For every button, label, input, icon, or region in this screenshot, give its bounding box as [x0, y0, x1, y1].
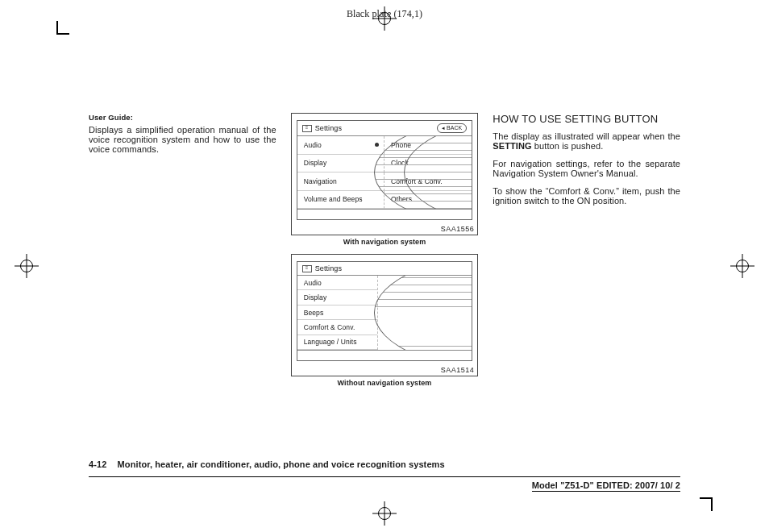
plate-label: Black plate (174,1)	[347, 8, 422, 20]
menu-item-comfort-conv[interactable]: Comfort & Conv.	[297, 320, 378, 335]
page-body: User Guide: Displays a simplified operat…	[89, 113, 680, 435]
page-number-line: 4-12 Monitor, heater, air conditioner, a…	[89, 459, 445, 469]
screenshot-without-nav: ≡ Settings Audio Display Beeps Comfort &…	[291, 254, 479, 376]
menu-label: Audio	[304, 279, 322, 287]
selection-dot-icon	[375, 143, 379, 147]
page-number: 4-12	[89, 459, 106, 469]
menu-item-others[interactable]: Others	[384, 191, 472, 210]
figure-id: SAA1514	[441, 366, 475, 374]
menu-label: Beeps	[304, 309, 324, 317]
menu-item-clock[interactable]: Clock	[384, 155, 472, 173]
menu-label: Display	[304, 293, 327, 301]
menu-label: Comfort & Conv.	[304, 323, 355, 331]
registration-mark-right	[730, 254, 754, 278]
back-button[interactable]: ◂ BACK	[437, 123, 468, 133]
column-3: HOW TO USE SETTING BUTTON The display as…	[493, 113, 680, 435]
menu-label: Audio	[304, 141, 322, 149]
menu-item-phone[interactable]: Phone	[384, 136, 472, 155]
model-edited-line: Model "Z51-D" EDITED: 2007/ 10/ 2	[532, 480, 680, 492]
menu-label: Navigation	[304, 177, 337, 185]
menu-label: Phone	[391, 141, 411, 149]
registration-mark-left	[15, 254, 39, 278]
crop-mark-br	[700, 498, 713, 511]
menu-label: Language / Units	[304, 338, 357, 346]
menu-item-beeps[interactable]: Beeps	[297, 305, 378, 320]
lcd-titlebar: ≡ Settings	[297, 262, 472, 276]
figure-with-nav: ≡ Settings ◂ BACK Audio	[291, 113, 479, 246]
menu-item-comfort-conv[interactable]: Comfort & Conv.	[384, 172, 472, 191]
section-title: Monitor, heater, air conditioner, audio,…	[118, 459, 445, 469]
column-2: ≡ Settings ◂ BACK Audio	[291, 113, 479, 435]
lcd-footer	[297, 209, 472, 219]
menu-label: Volume and Beeps	[304, 195, 363, 203]
screenshot-with-nav: ≡ Settings ◂ BACK Audio	[291, 113, 479, 235]
prev-icon: ≡	[302, 125, 312, 132]
figure-without-nav: ≡ Settings Audio Display Beeps Comfort &…	[291, 254, 479, 387]
lcd-titlebar: ≡ Settings ◂ BACK	[297, 121, 472, 136]
column-1: User Guide: Displays a simplified operat…	[89, 113, 276, 435]
menu-item-language-units[interactable]: Language / Units	[297, 335, 378, 350]
menu-label: Others	[391, 195, 412, 203]
registration-mark-bottom	[372, 501, 397, 526]
menu-label: Clock	[391, 159, 409, 167]
menu-label: Display	[304, 159, 327, 167]
section-heading: HOW TO USE SETTING BUTTON	[493, 113, 680, 125]
lcd-title-text: Settings	[315, 124, 342, 132]
crop-mark-tl	[56, 21, 69, 34]
back-arrow-icon: ◂	[442, 124, 445, 132]
footer-rule	[89, 476, 680, 477]
menu-item-display[interactable]: Display	[297, 290, 378, 305]
prev-icon: ≡	[302, 265, 312, 272]
menu-item-display[interactable]: Display	[297, 155, 384, 173]
user-guide-heading: User Guide:	[89, 113, 276, 122]
menu-spacer	[377, 276, 472, 350]
menu-item-navigation[interactable]: Navigation	[297, 172, 384, 191]
back-label: BACK	[447, 124, 462, 132]
lcd-panel: ≡ Settings ◂ BACK Audio	[297, 120, 473, 220]
menu-item-audio[interactable]: Audio	[297, 136, 384, 155]
menu-item-audio[interactable]: Audio	[297, 276, 378, 290]
figure-caption: Without navigation system	[291, 379, 479, 387]
menu-item-volume-beeps[interactable]: Volume and Beeps	[297, 191, 384, 210]
figure-caption: With navigation system	[291, 238, 479, 246]
lcd-footer	[297, 350, 472, 360]
paragraph-1: The display as illustrated will appear w…	[493, 131, 680, 151]
lcd-title-text: Settings	[315, 264, 342, 272]
figure-id: SAA1556	[441, 225, 475, 233]
lcd-panel: ≡ Settings Audio Display Beeps Comfort &…	[297, 261, 473, 361]
paragraph-2: For navigation settings, refer to the se…	[493, 159, 680, 178]
menu-label: Comfort & Conv.	[391, 177, 443, 185]
user-guide-paragraph: Displays a simplified operation manual o…	[89, 125, 276, 154]
paragraph-3: To show the “Comfort & Conv.” item, push…	[493, 186, 680, 206]
